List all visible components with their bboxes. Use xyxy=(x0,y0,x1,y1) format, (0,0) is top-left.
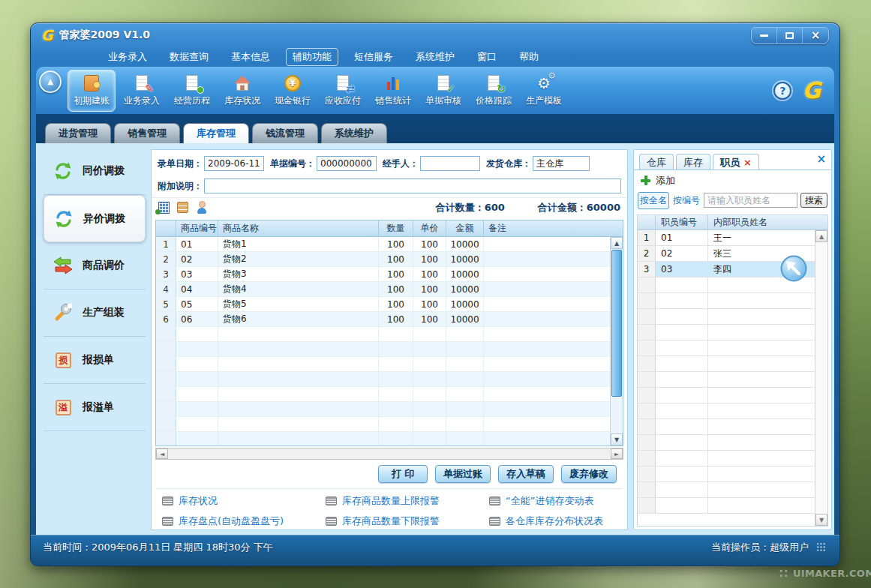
toolbar-button-9[interactable]: ⚙⚙生产模板 xyxy=(520,70,568,112)
scroll-right-button[interactable]: ► xyxy=(611,448,623,459)
scroll-down-button[interactable]: ▼ xyxy=(611,434,623,446)
menu-item-5[interactable]: 系统维护 xyxy=(409,48,461,66)
help-icon[interactable]: ? xyxy=(773,82,791,100)
items-hscrollbar[interactable]: ◄ ► xyxy=(155,448,623,460)
toolbar-button-6[interactable]: 销售统计 xyxy=(369,70,417,112)
filter-by-code-button[interactable]: 按编号 xyxy=(672,193,701,208)
items-vscrollbar[interactable]: ▲ ▼ xyxy=(610,237,623,446)
empty-row[interactable] xyxy=(638,498,815,514)
employee-vscrollbar[interactable]: ▲ ▼ xyxy=(815,230,827,526)
toolbar-button-4[interactable]: ¥现金银行 xyxy=(269,70,317,112)
menu-item-4[interactable]: 短信服务 xyxy=(347,48,400,66)
empty-row[interactable] xyxy=(638,435,815,451)
toolbar-button-7[interactable]: ✓单据审核 xyxy=(419,70,467,112)
search-button[interactable]: 搜索 xyxy=(800,193,827,208)
empty-row[interactable] xyxy=(638,356,815,372)
sidebar-item-2[interactable]: 商品调价 xyxy=(44,242,146,290)
report-link-4[interactable]: 库存商品数量下限报警 xyxy=(326,514,489,528)
action-button-3[interactable]: 废弃修改 xyxy=(561,465,617,483)
empty-row[interactable] xyxy=(638,388,815,404)
empty-row[interactable] xyxy=(638,372,815,388)
menu-item-0[interactable]: 业务录入 xyxy=(101,48,154,66)
collapse-toolbar-button[interactable]: ▲ xyxy=(39,70,62,93)
item-row-4[interactable]: 505货物510010010000 xyxy=(156,297,610,312)
lookup-tab-1[interactable]: 库存 xyxy=(676,154,710,170)
scroll-up-button[interactable]: ▲ xyxy=(815,230,827,242)
tab-close-icon[interactable]: × xyxy=(743,157,752,168)
sidebar-item-3[interactable]: 生产组装 xyxy=(44,290,146,337)
report-link-2[interactable]: “全能”进销存变动表 xyxy=(489,494,623,508)
tab-4[interactable]: 系统维护 xyxy=(321,123,387,143)
tab-2[interactable]: 库存管理 xyxy=(183,123,249,143)
empty-row[interactable] xyxy=(156,372,610,387)
empty-row[interactable] xyxy=(156,402,610,417)
empty-row[interactable] xyxy=(638,451,815,466)
sidebar-item-4[interactable]: 损报损单 xyxy=(44,337,146,384)
resize-grip[interactable] xyxy=(816,542,826,552)
empty-row[interactable] xyxy=(638,404,815,419)
item-row-1[interactable]: 202货物210010010000 xyxy=(156,252,610,267)
empty-row[interactable] xyxy=(156,417,610,432)
report-link-5[interactable]: 各仓库库存分布状况表 xyxy=(489,514,623,528)
sidebar-item-0[interactable]: 同价调拨 xyxy=(44,148,146,195)
warehouse-input[interactable] xyxy=(533,156,590,171)
empty-row[interactable] xyxy=(638,309,815,325)
panel-close-icon[interactable]: × xyxy=(816,152,826,166)
action-button-0[interactable]: 打 印 xyxy=(378,465,428,483)
menu-item-1[interactable]: 数据查询 xyxy=(163,48,215,66)
empty-row[interactable] xyxy=(156,432,610,446)
empty-row[interactable] xyxy=(156,342,610,357)
scroll-down-button[interactable]: ▼ xyxy=(815,514,827,526)
report-link-3[interactable]: 库存盘点(自动盘盈盘亏) xyxy=(162,514,326,528)
empty-row[interactable] xyxy=(638,293,815,309)
note-input[interactable] xyxy=(204,178,621,194)
toolbar-button-5[interactable]: ⇄应收应付 xyxy=(319,70,367,112)
lookup-tab-2[interactable]: 职员× xyxy=(713,154,759,170)
menu-item-2[interactable]: 基本信息 xyxy=(224,48,277,66)
close-button[interactable]: × xyxy=(803,28,828,44)
goods-icon[interactable] xyxy=(177,202,188,213)
add-row[interactable]: 添加 xyxy=(634,170,831,190)
doc-number-input[interactable] xyxy=(317,156,377,171)
date-input[interactable] xyxy=(204,156,264,171)
action-button-1[interactable]: 单据过账 xyxy=(435,465,491,483)
toolbar-button-8[interactable]: ↻价格跟踪 xyxy=(470,70,518,112)
vscroll-thumb[interactable] xyxy=(611,250,622,397)
menu-item-6[interactable]: 窗口 xyxy=(470,48,503,66)
report-link-1[interactable]: 库存商品数量上限报警 xyxy=(326,494,489,508)
employee-row-0[interactable]: 101王一 xyxy=(638,230,815,246)
maximize-button[interactable] xyxy=(777,28,803,44)
tab-3[interactable]: 钱流管理 xyxy=(252,123,318,143)
empty-row[interactable] xyxy=(638,482,815,498)
empty-row[interactable] xyxy=(638,325,815,340)
toolbar-button-0[interactable]: 初期建账 xyxy=(68,70,116,112)
employee-icon[interactable] xyxy=(196,201,208,214)
menu-item-3[interactable]: 辅助功能 xyxy=(286,48,338,66)
warehouse-icon[interactable] xyxy=(158,202,170,214)
toolbar-button-2[interactable]: 经营历程 xyxy=(168,70,216,112)
scroll-up-button[interactable]: ▲ xyxy=(611,237,623,249)
employee-search-input[interactable] xyxy=(704,193,797,208)
item-row-5[interactable]: 606货物610010010000 xyxy=(156,312,610,327)
sidebar-item-5[interactable]: 溢报溢单 xyxy=(44,384,146,431)
empty-row[interactable] xyxy=(156,387,610,402)
toolbar-button-3[interactable]: 库存状况 xyxy=(218,70,266,112)
sidebar-item-1[interactable]: 异价调拨 xyxy=(44,195,146,242)
tab-1[interactable]: 销售管理 xyxy=(114,123,180,143)
minimize-button[interactable] xyxy=(752,28,777,44)
scroll-left-button[interactable]: ◄ xyxy=(156,448,168,459)
empty-row[interactable] xyxy=(638,340,815,356)
item-row-3[interactable]: 404货物410010010000 xyxy=(156,282,610,297)
toolbar-button-1[interactable]: ✎业务录入 xyxy=(118,70,166,112)
empty-row[interactable] xyxy=(156,357,610,372)
empty-row[interactable] xyxy=(638,419,815,435)
action-button-2[interactable]: 存入草稿 xyxy=(498,465,554,483)
lookup-tab-0[interactable]: 仓库 xyxy=(639,154,674,170)
filter-by-name-button[interactable]: 按全名 xyxy=(638,192,669,209)
empty-row[interactable] xyxy=(638,466,815,482)
agent-input[interactable] xyxy=(420,156,480,171)
tab-0[interactable]: 进货管理 xyxy=(45,123,111,143)
menu-item-7[interactable]: 帮助 xyxy=(512,48,545,66)
empty-row[interactable] xyxy=(156,327,610,342)
item-row-2[interactable]: 303货物310010010000 xyxy=(156,267,610,282)
